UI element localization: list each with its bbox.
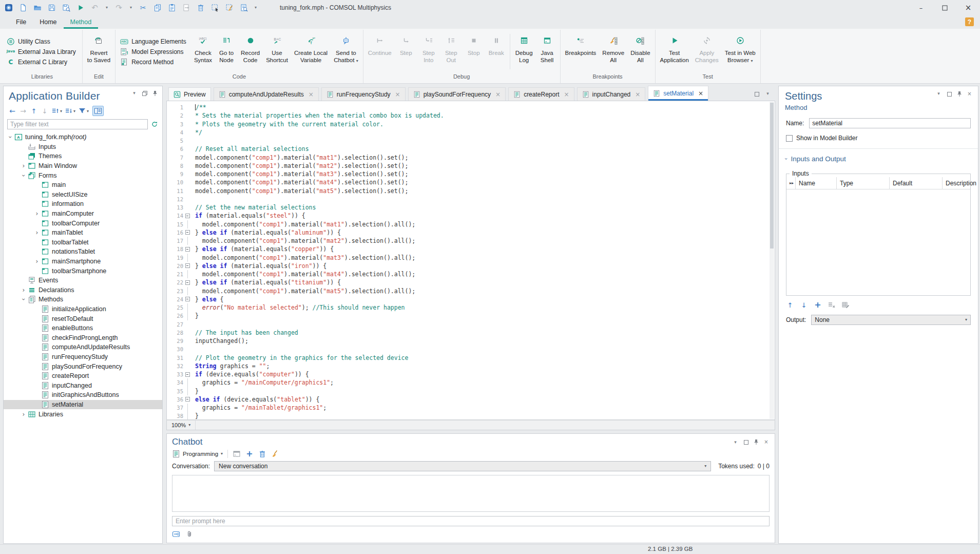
show-in-model-builder-checkbox[interactable] <box>786 135 793 142</box>
ribbon-button-revert-to-saved[interactable]: Revertto Saved <box>84 30 113 73</box>
fold-marker-icon[interactable] <box>185 297 190 301</box>
tree-item-main[interactable]: main <box>4 180 162 190</box>
editor-tab-createreport[interactable]: createReport× <box>508 87 574 101</box>
close-tab-icon[interactable]: × <box>564 91 569 98</box>
tree-item-enablebuttons[interactable]: enableButtons <box>4 323 162 333</box>
column-header-default[interactable]: Default <box>890 177 943 189</box>
tree-item-toolbarcomputer[interactable]: toolbarComputer <box>4 218 162 228</box>
tree-item-declarations[interactable]: ›Declarations <box>4 285 162 295</box>
close-icon[interactable]: × <box>966 90 973 97</box>
open-button[interactable] <box>32 3 42 13</box>
tree-item-forms[interactable]: ›Forms <box>4 170 162 180</box>
close-icon[interactable]: × <box>763 439 770 446</box>
tree-item-events[interactable]: Events <box>4 276 162 285</box>
float-icon[interactable] <box>946 90 952 97</box>
ribbon-button-breakpoints[interactable]: Breakpoints <box>562 30 600 73</box>
run-button[interactable] <box>75 3 85 13</box>
go-back-button[interactable]: ← <box>7 106 17 116</box>
ribbon-button-utility-class[interactable]: Utility Class <box>7 37 76 46</box>
tree-item-main-window[interactable]: ›Main Window <box>4 161 162 171</box>
chatbot-mode-dropdown[interactable]: Programming ▾ <box>172 450 223 458</box>
move-down-button[interactable]: ↓ <box>40 106 50 116</box>
float-icon[interactable] <box>753 90 760 97</box>
tree-item-setmaterial[interactable]: setMaterial <box>4 400 162 410</box>
ribbon-button-external-java-library[interactable]: JavaExternal Java Library <box>7 48 76 56</box>
ribbon-button-go-to-node[interactable]: Go toNode <box>215 30 238 73</box>
tree-item-initializeapplication[interactable]: initializeApplication <box>4 304 162 314</box>
console-icon[interactable]: >_ <box>233 450 241 458</box>
tree-item-toolbarsmartphone[interactable]: toolbarSmartphone <box>4 266 162 276</box>
fold-marker-icon[interactable] <box>185 280 190 285</box>
fold-marker-icon[interactable] <box>185 263 190 268</box>
close-tab-icon[interactable]: × <box>395 91 400 98</box>
tree-item-mainsmartphone[interactable]: ›mainSmartphone <box>4 257 162 266</box>
ribbon-button-model-expressions[interactable]: a=Model Expressions <box>120 48 186 56</box>
close-tab-icon[interactable]: × <box>635 91 640 98</box>
tree-item-themes[interactable]: Themes <box>4 151 162 161</box>
cut-button[interactable]: ✂ <box>138 3 148 13</box>
savefind-button[interactable] <box>61 3 71 13</box>
close-tab-icon[interactable]: × <box>309 91 314 98</box>
tree-item-createreport[interactable]: createReport <box>4 371 162 381</box>
editor-tab-playsoundforfrequency[interactable]: playSoundForFrequency× <box>408 87 506 101</box>
new-button[interactable] <box>18 3 28 13</box>
ribbon-button-step[interactable]: Step <box>395 30 417 73</box>
ribbon-button-disable-all[interactable]: DisableAll <box>627 30 653 73</box>
tree-item-information[interactable]: information <box>4 199 162 209</box>
panel-menu-icon[interactable]: ▾ <box>935 90 942 97</box>
filter-button[interactable]: ▾ <box>77 106 90 116</box>
tree-expander[interactable]: › <box>33 258 41 265</box>
tree-item-checkfindpronglength[interactable]: checkFindProngLength <box>4 333 162 342</box>
inputs-and-output-section-header[interactable]: › Inputs and Output <box>779 152 978 165</box>
ribbon-button-continue[interactable]: Continue <box>365 30 395 73</box>
fold-marker-icon[interactable] <box>185 247 190 252</box>
ribbon-tab-home[interactable]: Home <box>33 15 63 29</box>
tree-item-libraries[interactable]: ›Libraries <box>4 409 162 419</box>
tree-expander[interactable]: › <box>7 133 14 141</box>
logo-button[interactable] <box>4 3 13 13</box>
editor-tab-preview[interactable]: Preview <box>168 87 211 101</box>
add-input-icon[interactable]: + <box>814 301 822 309</box>
tree-item-initgraphicsandbuttons[interactable]: initGraphicsAndButtons <box>4 390 162 400</box>
delete-button[interactable] <box>196 3 205 13</box>
editor-tab-computeandupdateresults[interactable]: computeAndUpdateResults× <box>214 87 319 101</box>
tree-item-tuning-fork-mph[interactable]: ›Atuning_fork.mph (root) <box>4 132 162 142</box>
minimize-button[interactable]: – <box>909 0 933 15</box>
tree-item-maincomputer[interactable]: ›mainComputer <box>4 209 162 219</box>
paste-button[interactable] <box>167 3 177 13</box>
ribbon-button-send-to-chatbot[interactable]: Send toChatbot ▾ <box>331 30 361 73</box>
tree-expander[interactable]: › <box>20 286 27 294</box>
maximize-button[interactable] <box>933 0 956 15</box>
delete-conversation-icon[interactable] <box>258 450 266 458</box>
tree-item-methods[interactable]: ›Methods <box>4 295 162 304</box>
move-up-button[interactable]: ↑ <box>29 106 39 116</box>
tree-expander[interactable]: › <box>33 229 41 236</box>
tree-item-toolbartablet[interactable]: toolbarTablet <box>4 238 162 247</box>
conversation-dropdown[interactable]: New conversation ▾ <box>214 461 711 471</box>
select-button[interactable] <box>210 3 220 13</box>
ribbon-button-external-c-library[interactable]: CExternal C Library <box>7 58 76 66</box>
column-header-type[interactable]: Type <box>837 177 890 189</box>
prompt-input[interactable] <box>172 516 770 526</box>
ribbon-button-apply-changes[interactable]: ApplyChanges <box>692 30 722 73</box>
copy-button[interactable] <box>152 3 162 13</box>
close-tab-icon[interactable]: × <box>698 90 703 97</box>
ribbon-button-language-elements[interactable]: ABCLanguage Elements <box>120 37 186 46</box>
findbar-button[interactable] <box>239 3 248 13</box>
ribbon-button-create-local-variable[interactable]: a=TCreate LocalVariable <box>291 30 331 73</box>
close-tab-icon[interactable]: × <box>495 91 501 98</box>
tree-item-maintablet[interactable]: ›mainTablet <box>4 228 162 238</box>
help-button[interactable]: ? <box>965 17 974 26</box>
toggle-model-tree-button[interactable] <box>92 106 104 116</box>
ribbon-button-step-into[interactable]: StepInto <box>417 30 440 73</box>
tree-expander[interactable]: › <box>20 411 27 418</box>
float-icon[interactable] <box>742 439 749 446</box>
tree-expander[interactable]: › <box>20 172 27 179</box>
editor-tab-inputchanged[interactable]: inputChanged× <box>577 87 646 101</box>
undo-button[interactable]: ↶ <box>90 3 100 13</box>
tree-item-computeandupdateresults[interactable]: computeAndUpdateResults <box>4 342 162 352</box>
ribbon-button-step-out[interactable]: StepOut <box>440 30 463 73</box>
ribbon-button-break[interactable]: Break <box>485 30 508 73</box>
editor-zoom-control[interactable]: 100% ▾ <box>167 421 196 430</box>
tree-item-runfrequencystudy[interactable]: runFrequencyStudy <box>4 352 162 362</box>
